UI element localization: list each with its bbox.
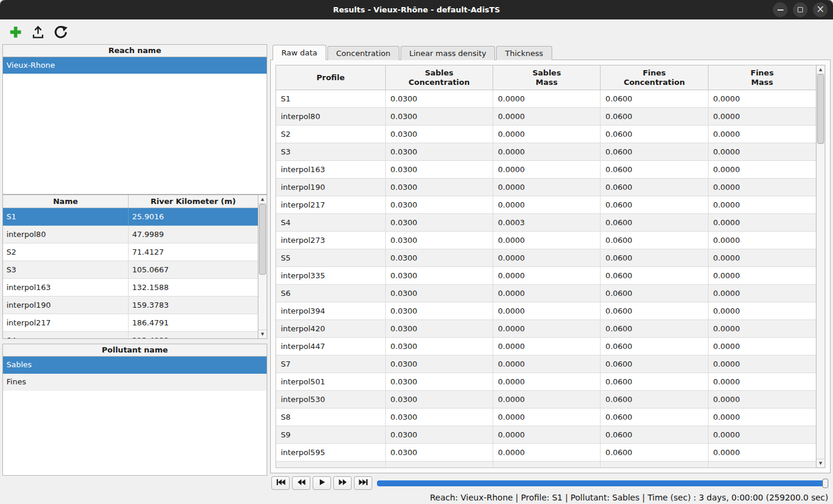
table-row[interactable]: S271.4127 bbox=[3, 243, 258, 261]
cell: 0.0000 bbox=[493, 143, 601, 161]
cell: S10 bbox=[276, 462, 386, 467]
minimize-icon bbox=[778, 9, 783, 11]
cell: 0.0300 bbox=[386, 126, 493, 143]
cell: interpol394 bbox=[276, 302, 386, 320]
column-header[interactable]: FinesConcentration bbox=[601, 65, 708, 90]
rewind-button[interactable] bbox=[292, 476, 310, 490]
play-button[interactable] bbox=[313, 476, 331, 490]
cell: 0.0000 bbox=[709, 426, 816, 444]
scrollbar-track[interactable] bbox=[258, 204, 267, 330]
cell: 0.0600 bbox=[601, 355, 708, 373]
table-row[interactable]: interpol1630.03000.00000.06000.0000 bbox=[276, 161, 816, 179]
close-button[interactable]: × bbox=[813, 2, 828, 17]
minimize-button[interactable] bbox=[773, 2, 788, 17]
window-title: Results - Vieux-Rhône - default-AdisTS bbox=[333, 5, 500, 14]
scroll-up-icon[interactable]: ▲ bbox=[816, 65, 825, 74]
table-row[interactable]: interpol2170.03000.00000.06000.0000 bbox=[276, 196, 816, 214]
column-header[interactable]: FinesMass bbox=[709, 65, 816, 90]
column-header[interactable]: SablesConcentration bbox=[386, 65, 493, 90]
scroll-down-icon[interactable]: ▼ bbox=[816, 459, 825, 467]
status-bar: Reach: Vieux-Rhone | Profile: S1 | Pollu… bbox=[0, 491, 833, 504]
table-row[interactable]: S3105.0667 bbox=[3, 261, 258, 279]
skip-to-end-button[interactable] bbox=[354, 476, 372, 490]
cell: 0.0000 bbox=[493, 426, 601, 444]
scroll-down-icon[interactable]: ▼ bbox=[258, 330, 267, 338]
table-row[interactable]: S4213.4089 bbox=[3, 332, 258, 338]
cell: 0.0600 bbox=[601, 249, 708, 267]
cell: interpol217 bbox=[276, 196, 386, 214]
table-row[interactable]: interpol163132.1588 bbox=[3, 279, 258, 297]
table-row[interactable]: interpol4200.03000.00000.06000.0000 bbox=[276, 320, 816, 338]
table-row[interactable]: S80.03000.00000.06000.0000 bbox=[276, 409, 816, 426]
tab-concentration[interactable]: Concentration bbox=[327, 46, 399, 60]
cell: interpol190 bbox=[276, 179, 386, 196]
export-button[interactable] bbox=[28, 22, 48, 41]
tab-thickness[interactable]: Thickness bbox=[496, 46, 552, 60]
table-row[interactable]: interpol1900.03000.00000.06000.0000 bbox=[276, 179, 816, 196]
cell: 0.0000 bbox=[493, 373, 601, 391]
scrollbar-thumb[interactable] bbox=[817, 74, 824, 144]
cell: 0.0000 bbox=[709, 320, 816, 338]
table-row[interactable]: interpol800.03000.00000.06000.0000 bbox=[276, 108, 816, 126]
maximize-button[interactable] bbox=[793, 2, 808, 17]
table-row[interactable]: interpol5300.03000.00000.06000.0000 bbox=[276, 391, 816, 409]
slider-handle[interactable] bbox=[822, 479, 828, 488]
time-slider[interactable] bbox=[377, 480, 828, 486]
table-row[interactable]: S60.03000.00000.06000.0000 bbox=[276, 285, 816, 302]
table-row[interactable]: interpol5950.03000.00000.06000.0000 bbox=[276, 444, 816, 462]
cell: 0.0000 bbox=[493, 409, 601, 426]
cell: 0.0000 bbox=[709, 196, 816, 214]
table-row[interactable]: S40.03000.00030.06000.0000 bbox=[276, 214, 816, 232]
rewind-icon bbox=[297, 479, 306, 487]
scrollbar-thumb[interactable] bbox=[259, 204, 266, 275]
table-row[interactable]: interpol190159.3783 bbox=[3, 297, 258, 314]
cell: interpol530 bbox=[276, 391, 386, 409]
tab-raw-data[interactable]: Raw data bbox=[273, 45, 326, 60]
cell: 0.0600 bbox=[601, 338, 708, 355]
table-row[interactable]: S100.03000.00000.06000.0000 bbox=[276, 462, 816, 467]
scrollbar-track[interactable] bbox=[816, 74, 825, 459]
cell: 0.0300 bbox=[386, 161, 493, 179]
pollutant-item-fines[interactable]: Fines bbox=[3, 374, 267, 391]
fast-forward-button[interactable] bbox=[333, 476, 352, 490]
table-row[interactable]: interpol4470.03000.00000.06000.0000 bbox=[276, 338, 816, 355]
data-table-scrollbar[interactable]: ▲ ▼ bbox=[816, 65, 825, 468]
column-header[interactable]: Profile bbox=[276, 65, 386, 90]
column-header[interactable]: SablesMass bbox=[493, 65, 601, 90]
cell: S1 bbox=[276, 90, 386, 108]
cell: 0.0000 bbox=[493, 285, 601, 302]
table-row[interactable]: interpol3350.03000.00000.06000.0000 bbox=[276, 267, 816, 285]
cell: 0.0000 bbox=[709, 444, 816, 462]
cell: 0.0000 bbox=[709, 143, 816, 161]
column-header-name[interactable]: Name bbox=[3, 195, 129, 207]
scroll-up-icon[interactable]: ▲ bbox=[258, 195, 267, 204]
pollutant-item-sables[interactable]: Sables bbox=[3, 357, 267, 374]
table-row[interactable]: interpol2730.03000.00000.06000.0000 bbox=[276, 232, 816, 249]
profiles-scrollbar[interactable]: ▲ ▼ bbox=[258, 195, 267, 339]
table-row[interactable]: interpol217186.4791 bbox=[3, 314, 258, 332]
table-row[interactable]: S30.03000.00000.06000.0000 bbox=[276, 143, 816, 161]
table-row[interactable]: S50.03000.00000.06000.0000 bbox=[276, 249, 816, 267]
cell: 0.0000 bbox=[709, 409, 816, 426]
cell: 0.0000 bbox=[493, 108, 601, 126]
cell: 0.0300 bbox=[386, 462, 493, 467]
left-sidebar: Reach name Vieux-Rhone NameRiver Kilomet… bbox=[2, 44, 267, 491]
table-row[interactable]: interpol8047.9989 bbox=[3, 226, 258, 243]
table-row[interactable]: S90.03000.00000.06000.0000 bbox=[276, 426, 816, 444]
title-bar[interactable]: Results - Vieux-Rhône - default-AdisTS × bbox=[0, 0, 833, 19]
table-row[interactable]: S20.03000.00000.06000.0000 bbox=[276, 126, 816, 143]
cell: 0.0300 bbox=[386, 214, 493, 232]
refresh-button[interactable] bbox=[50, 22, 70, 41]
table-row[interactable]: interpol5010.03000.00000.06000.0000 bbox=[276, 373, 816, 391]
table-row[interactable]: S125.9016 bbox=[3, 208, 258, 226]
column-header-river-kilometer-m[interactable]: River Kilometer (m) bbox=[129, 195, 258, 207]
table-row[interactable]: S10.03000.00000.06000.0000 bbox=[276, 90, 816, 108]
table-row[interactable]: S70.03000.00000.06000.0000 bbox=[276, 355, 816, 373]
add-button[interactable] bbox=[5, 22, 25, 41]
table-row[interactable]: interpol3940.03000.00000.06000.0000 bbox=[276, 302, 816, 320]
raw-data-table: ProfileSablesConcentrationSablesMassFine… bbox=[276, 65, 825, 468]
reach-item-vieux-rhone[interactable]: Vieux-Rhone bbox=[3, 57, 267, 74]
pollutant-panel: Pollutant name SablesFines bbox=[2, 344, 267, 476]
tab-linear-mass-density[interactable]: Linear mass density bbox=[401, 46, 496, 60]
skip-to-start-button[interactable] bbox=[271, 476, 290, 490]
